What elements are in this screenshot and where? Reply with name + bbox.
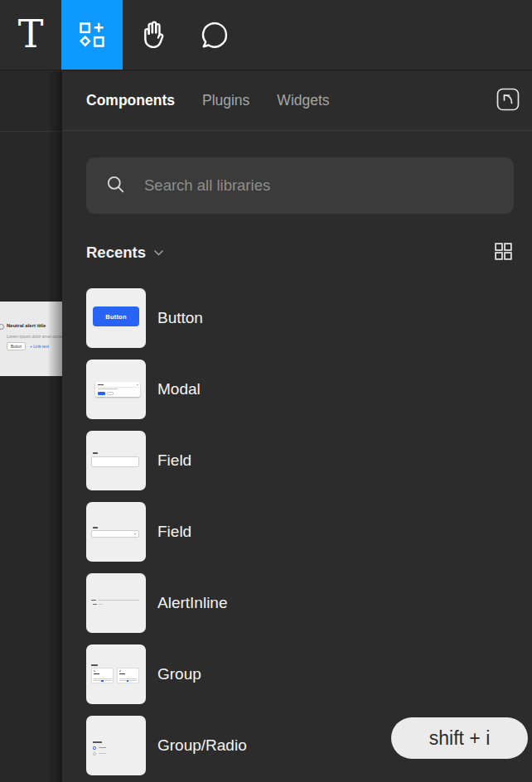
- components-tool-button[interactable]: [61, 0, 123, 70]
- alert-title: Neutral alert title: [7, 323, 46, 328]
- section-title: Recents: [86, 244, 146, 262]
- grid-view-button[interactable]: [493, 241, 514, 264]
- components-icon: [76, 19, 108, 51]
- panel-header: Components Plugins Widgets: [62, 71, 532, 131]
- alert-actions: Button + Link text: [7, 342, 49, 350]
- search-icon: [104, 173, 127, 199]
- open-as-window-button[interactable]: [494, 85, 522, 116]
- component-item-field-select[interactable]: Field: [86, 502, 532, 562]
- mini-group-label: [91, 664, 98, 666]
- mini-select-caret-icon: [134, 533, 136, 535]
- component-list: Button Button Modal: [86, 288, 532, 775]
- component-thumbnail: [86, 502, 146, 562]
- hand-tool-button[interactable]: [123, 0, 184, 70]
- component-thumbnail: [86, 431, 146, 490]
- component-label: Button: [157, 309, 203, 327]
- component-label: Modal: [157, 380, 201, 398]
- mini-alert-title: [91, 600, 96, 601]
- component-thumbnail: [86, 573, 146, 633]
- hand-icon: [138, 19, 169, 51]
- mini-alert-link: [93, 604, 97, 605]
- tab-widgets[interactable]: Widgets: [277, 92, 329, 109]
- mini-field-label: [93, 527, 98, 529]
- component-thumbnail: [86, 644, 146, 704]
- tab-components[interactable]: Components: [86, 92, 175, 109]
- component-item-alertinline[interactable]: AlertInline: [86, 573, 532, 633]
- component-thumbnail: [86, 360, 146, 419]
- search-input[interactable]: Search all libraries: [86, 157, 514, 214]
- comment-tool-button[interactable]: [184, 0, 245, 70]
- component-label: Group/Radio: [157, 736, 247, 755]
- mini-group-card: [117, 668, 139, 683]
- mini-select-input: [91, 530, 139, 538]
- component-item-group[interactable]: Group: [86, 644, 532, 704]
- mini-group-card: [91, 668, 114, 683]
- panel-shadow: [47, 71, 62, 782]
- mini-radio-group-label: [93, 741, 102, 743]
- component-thumbnail: Button: [86, 288, 146, 348]
- mini-radio-label: [99, 747, 106, 748]
- grid-view-icon: [493, 241, 514, 264]
- chevron-down-icon: [153, 245, 164, 260]
- figma-app-window: T: [0, 0, 532, 782]
- component-label: Field: [157, 523, 191, 541]
- text-tool-button[interactable]: T: [0, 0, 61, 70]
- component-item-modal[interactable]: Modal: [86, 360, 532, 419]
- component-item-button[interactable]: Button Button: [86, 288, 532, 348]
- shortcut-badge: shift + i: [391, 717, 528, 759]
- panel-tabs: Components Plugins Widgets: [86, 92, 330, 109]
- components-panel: Components Plugins Widgets: [62, 71, 532, 782]
- component-item-field[interactable]: Field: [86, 431, 532, 490]
- section-header: Recents: [86, 241, 514, 264]
- mini-modal-preview: [95, 382, 140, 397]
- comment-bubble-icon: [199, 19, 230, 51]
- arrow-up-left-boxed-icon: [494, 85, 522, 116]
- alert-info-icon: [0, 324, 4, 330]
- mini-field-label: [93, 452, 98, 454]
- component-label: AlertInline: [157, 594, 228, 612]
- toolbar: T: [0, 0, 532, 70]
- component-thumbnail: [86, 716, 146, 775]
- alert-button: Button: [7, 342, 26, 350]
- mini-radio-label: [99, 753, 106, 754]
- canvas-area[interactable]: Neutral alert title Lorem ipsum dolor am…: [0, 71, 62, 782]
- mini-button-preview: Button: [93, 307, 139, 326]
- mini-alert-link2: [99, 604, 103, 605]
- recents-dropdown[interactable]: Recents: [86, 244, 164, 262]
- text-tool-icon: T: [18, 15, 44, 53]
- tab-plugins[interactable]: Plugins: [202, 92, 249, 109]
- alert-link: + Link text: [30, 344, 49, 349]
- mini-field-input: [91, 456, 139, 467]
- mini-radio-selected: [93, 746, 96, 750]
- mini-alert-text: [98, 600, 139, 601]
- mini-radio-unselected: [93, 752, 96, 755]
- search-placeholder: Search all libraries: [144, 176, 270, 195]
- component-label: Field: [157, 451, 191, 470]
- component-label: Group: [157, 665, 201, 683]
